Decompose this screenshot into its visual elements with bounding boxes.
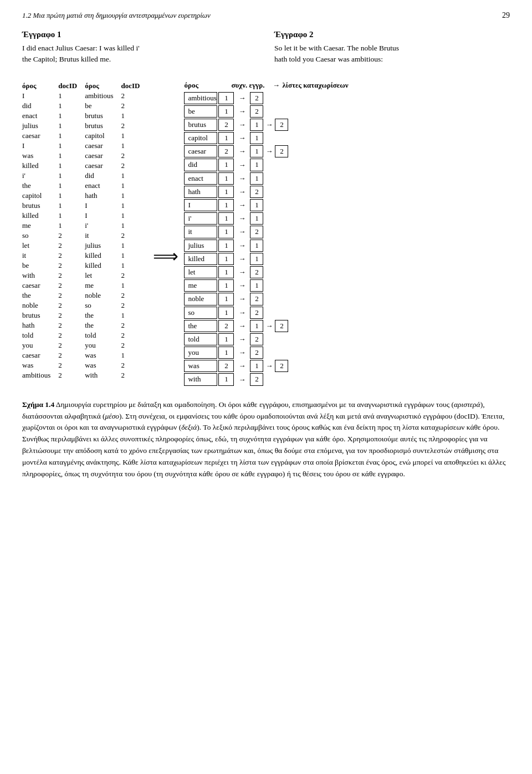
- table-row: brutus2the1: [22, 310, 147, 320]
- docid-cell: 2: [121, 360, 148, 370]
- docid-cell: 1: [58, 121, 85, 131]
- term-cell: was: [22, 151, 58, 161]
- term-cell: did: [22, 101, 58, 111]
- index-header-row: όρος συχν. εγγρ. → λίστες καταχωρίσεων: [184, 81, 510, 90]
- table-row: killed1caesar2: [22, 161, 147, 171]
- posting-chain: 1→2: [250, 320, 288, 332]
- docid-cell: 2: [58, 291, 85, 301]
- posting-id: 2: [250, 347, 263, 359]
- index-section: όρος συχν. εγγρ. → λίστες καταχωρίσεων a…: [184, 81, 510, 387]
- index-header-freq: συχν. εγγρ.: [231, 81, 270, 90]
- index-term: i': [184, 212, 217, 225]
- term-cell: you: [85, 340, 121, 350]
- docid-cell: 2: [58, 310, 85, 320]
- docid-cell: 1: [58, 211, 85, 221]
- docid-cell: 1: [121, 111, 148, 121]
- index-row: capitol1→1: [184, 132, 510, 144]
- index-rows: ambitious1→2be1→2brutus2→1→2capitol1→1ca…: [184, 92, 510, 386]
- docid-cell: 2: [121, 340, 148, 350]
- index-term: brutus: [184, 119, 217, 131]
- term-cell: me: [85, 281, 121, 291]
- col-header-docid1: docID: [58, 81, 85, 91]
- docid-cell: 1: [58, 151, 85, 161]
- posting-chain: 1: [250, 212, 263, 225]
- docid-cell: 1: [121, 181, 148, 191]
- index-row: be1→2: [184, 105, 510, 118]
- term-cell: so: [85, 301, 121, 310]
- index-row: was2→1→2: [184, 360, 510, 372]
- index-freq: 1: [218, 92, 234, 104]
- doc1-title: Έγγραφο 1: [22, 30, 258, 39]
- top-section: Έγγραφο 1 I did enact Julius Caesar: I w…: [22, 30, 510, 71]
- index-term: killed: [184, 253, 217, 265]
- posting-id: 1: [250, 199, 263, 211]
- index-freq: 1: [218, 132, 234, 144]
- posting-arrow: →: [238, 161, 245, 170]
- posting-id: 1: [250, 132, 263, 144]
- index-row: noble1→2: [184, 293, 510, 305]
- term-cell: caesar: [22, 281, 58, 291]
- index-term: capitol: [184, 132, 217, 144]
- docid-cell: 2: [58, 281, 85, 291]
- posting-id: 2: [250, 226, 263, 238]
- index-term: enact: [184, 172, 217, 185]
- posting-chain: 1: [250, 132, 263, 144]
- docid-cell: 2: [58, 330, 85, 340]
- term-cell: you: [22, 340, 58, 350]
- posting-id: 1: [250, 172, 263, 185]
- posting-chain: 2: [250, 307, 263, 319]
- term-cell: killed: [85, 251, 121, 261]
- index-term: told: [184, 333, 217, 345]
- docid-cell: 2: [121, 370, 148, 380]
- table-row: i'1did1: [22, 171, 147, 181]
- table-row: was1caesar2: [22, 151, 147, 161]
- col-header-term1: όρος: [22, 81, 58, 91]
- docid-cell: 2: [121, 320, 148, 330]
- term-cell: i': [22, 171, 58, 181]
- posting-chain: 2: [250, 226, 263, 238]
- posting-id: 1: [250, 253, 263, 265]
- posting-chain: 2: [250, 347, 263, 359]
- docid-cell: 1: [58, 191, 85, 201]
- index-row: enact1→1: [184, 172, 510, 185]
- term-cell: hath: [22, 320, 58, 330]
- docid-cell: 2: [58, 360, 85, 370]
- docid-cell: 2: [58, 301, 85, 310]
- caption-label: Σχήμα 1.4: [22, 400, 54, 409]
- docid-cell: 2: [58, 370, 85, 380]
- term-cell: I: [85, 211, 121, 221]
- term-cell: me: [22, 221, 58, 231]
- index-freq: 1: [218, 307, 234, 319]
- index-term: let: [184, 266, 217, 278]
- index-term: hath: [184, 186, 217, 198]
- index-row: caesar2→1→2: [184, 145, 510, 157]
- docid-cell: 2: [121, 330, 148, 340]
- term-cell: the: [22, 291, 58, 301]
- posting-arrow: →: [238, 201, 245, 210]
- posting-id: 1: [250, 145, 263, 157]
- index-row: let1→2: [184, 266, 510, 278]
- caption: Σχήμα 1.4 Δημιουργία ευρετηρίου με διάτα…: [22, 399, 510, 480]
- term-cell: was: [22, 360, 58, 370]
- table-row: with2let2: [22, 271, 147, 281]
- chapter-title: 1.2 Μια πρώτη ματιά στη δημιουργία αντεσ…: [22, 11, 211, 20]
- term-cell: let: [85, 271, 121, 281]
- term-cell: the: [22, 181, 58, 191]
- table-row: it2killed1: [22, 251, 147, 261]
- posting-chain: 2: [250, 186, 263, 198]
- term-cell: was: [85, 360, 121, 370]
- posting-chain: 2: [250, 105, 263, 118]
- docid-cell: 1: [58, 111, 85, 121]
- term-cell: caesar: [22, 350, 58, 360]
- docid-cell: 1: [121, 241, 148, 251]
- big-arrow: ⟹: [147, 246, 184, 267]
- posting-chain: 2: [250, 333, 263, 345]
- index-freq: 1: [218, 186, 234, 198]
- term-cell: noble: [22, 301, 58, 310]
- posting-arrow: →: [238, 147, 245, 156]
- index-freq: 2: [218, 360, 234, 372]
- index-row: ambitious1→2: [184, 92, 510, 104]
- posting-id: 2: [250, 105, 263, 118]
- table-row: let2julius1: [22, 241, 147, 251]
- posting-chain: 2: [250, 92, 263, 104]
